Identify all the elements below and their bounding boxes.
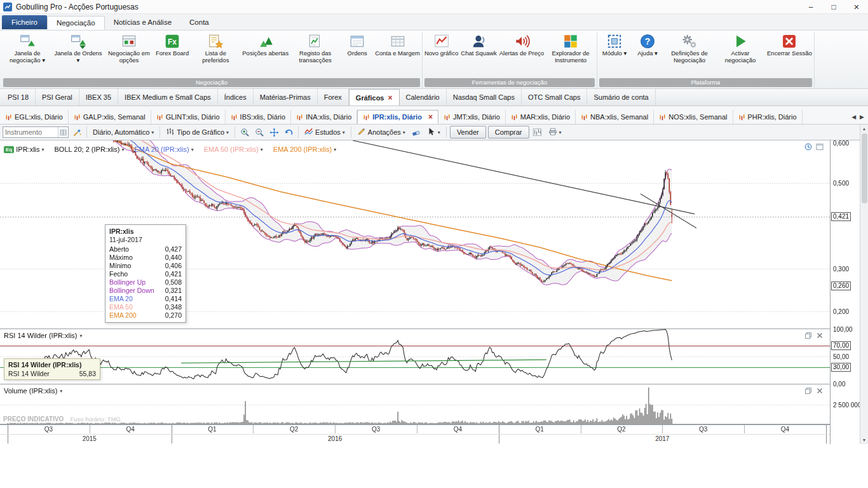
- pane-restore-icon[interactable]: [804, 387, 812, 395]
- workspace-tab-calendario[interactable]: Calendário: [400, 89, 447, 105]
- chart-tab-nos-xlis-semanal[interactable]: NOS:xlis, Semanal: [654, 110, 733, 124]
- close-button[interactable]: ×: [845, 0, 868, 13]
- cursor-dropdown[interactable]: ▾: [424, 126, 443, 139]
- chart-tab-mar-xlis-diario[interactable]: MAR:xlis, Diário: [506, 110, 576, 124]
- pane-close-icon[interactable]: [816, 387, 824, 395]
- workspace-tab-otc-small-caps[interactable]: OTC Small Caps: [522, 89, 588, 105]
- undo-icon[interactable]: [282, 126, 295, 139]
- cursor-icon: [427, 127, 436, 137]
- workspace-tab-psi-18[interactable]: PSI 18: [1, 89, 36, 105]
- eraser-icon[interactable]: [410, 126, 423, 139]
- workspace-tab-materias-primas[interactable]: Matérias-Primas: [254, 89, 318, 105]
- time-axis-quarter-label: Q1: [207, 426, 218, 433]
- scroll-up-icon[interactable]: ▲: [862, 125, 867, 133]
- chart-tab-phr-xlis-diario[interactable]: PHR:xlis, Diário: [733, 110, 803, 124]
- mini-chart-icon[interactable]: [531, 126, 544, 139]
- rsi-pane-header[interactable]: RSI 14 Wilder (IPR:xlis) ▾: [4, 332, 83, 339]
- chart-type-dropdown[interactable]: Tipo de Gráfico ▾: [163, 126, 231, 139]
- chart-tab-jmt-xlis-diario[interactable]: JMT:xlis, Diário: [438, 110, 506, 124]
- workspace-tab-sumario-de-conta[interactable]: Sumário de conta: [587, 89, 655, 105]
- minimize-button[interactable]: –: [799, 0, 822, 13]
- workspace-tab-forex[interactable]: Forex: [318, 89, 349, 105]
- scroll-down-icon[interactable]: ▼: [862, 436, 867, 444]
- time-axis-tick: [335, 425, 336, 433]
- legend-item-ema-50-ipr-xlis[interactable]: EMA 50 (IPR:xlis)▾: [204, 146, 263, 153]
- ribbon-button-label: Definições de Negociação: [665, 50, 714, 64]
- rsi-pane[interactable]: RSI 14 Wilder (IPR:xlis) ▾ RSI 14 Wilder…: [0, 329, 830, 384]
- open-positions-icon: [257, 33, 274, 50]
- chart-tab-ina-xlis-diario[interactable]: INA:xlis, Diário: [291, 110, 357, 124]
- close-tab-icon[interactable]: ×: [428, 114, 433, 120]
- ribbon-group-negociacao: Janela de negociação ▾Janela de Ordens ▾…: [1, 32, 423, 88]
- chart-tab-ipr-xlis-diario[interactable]: IPR:xlis, Diário×: [357, 110, 438, 124]
- pane-restore-icon[interactable]: [804, 332, 812, 339]
- printer-icon: [548, 127, 557, 137]
- annotations-dropdown[interactable]: Anotações ▾: [355, 126, 408, 139]
- ribbon-button-price-alerts[interactable]: Alertas de Preço: [498, 32, 545, 57]
- price-pane[interactable]: EqIPR:xlis▾BOLL 20; 2 (IPR:xlis)▾EMA 20 …: [0, 140, 830, 329]
- workspace-tab-graficos[interactable]: Gráficos×: [349, 89, 400, 105]
- ribbon-button-orders-window[interactable]: Janela de Ordens ▾: [53, 32, 104, 64]
- instrument-lookup-icon[interactable]: [71, 126, 83, 139]
- workspace-tab-nasdaq-small-caps[interactable]: Nasdaq Small Caps: [447, 89, 522, 105]
- legend-item-ipr-xlis[interactable]: EqIPR:xlis▾: [4, 146, 44, 153]
- zoom-out-icon[interactable]: [253, 126, 266, 139]
- workspace-tab-label: IBEX 35: [86, 93, 111, 101]
- ribbon-button-open-positions[interactable]: Posições abertas: [241, 32, 290, 57]
- ribbon-button-account-margin[interactable]: Conta e Margem: [374, 32, 421, 57]
- buy-button[interactable]: Comprar: [488, 126, 529, 139]
- workspace-tab-indices[interactable]: Índices: [218, 89, 254, 105]
- ribbon-button-new-chart[interactable]: Novo gráfico: [423, 32, 459, 57]
- scrollbar-thumb[interactable]: [862, 133, 867, 203]
- chart-tab-glint-xlis-diario[interactable]: GLINT:xlis, Diário: [151, 110, 226, 124]
- ribbon-button-module[interactable]: Módulo ▾: [598, 32, 631, 57]
- legend-item-boll-20-2-ipr-xlis[interactable]: BOLL 20; 2 (IPR:xlis)▾: [55, 146, 125, 153]
- workspace-tab-psi-geral[interactable]: PSI Geral: [36, 89, 79, 105]
- rsi-chart-canvas[interactable]: [0, 329, 830, 384]
- ribbon-button-trading-settings[interactable]: Definições de Negociação: [664, 32, 715, 64]
- ribbon-button-activate-trading[interactable]: Activar negociação: [715, 32, 766, 64]
- ribbon-button-favorites-list[interactable]: Lista de preferidos: [190, 32, 241, 64]
- ribbon-button-end-session[interactable]: Encerrar Sessão: [766, 32, 813, 57]
- close-tab-icon[interactable]: ×: [388, 95, 393, 101]
- ribbon-button-options-trading[interactable]: Negociação em opções: [104, 32, 154, 64]
- ribbon-button-chat-squawk[interactable]: Chat Squawk: [459, 32, 498, 57]
- workspace-tab-ibex-35[interactable]: IBEX 35: [79, 89, 118, 105]
- ribbon-button-forex-board[interactable]: FxForex Board: [154, 32, 190, 57]
- tooltip-row-ema-200: EMA 2000,270: [109, 311, 182, 320]
- tab-scroll-right-icon[interactable]: ▶: [860, 114, 864, 120]
- menu-tab-ficheiro[interactable]: Ficheiro: [2, 15, 47, 29]
- menu-tab-conta[interactable]: Conta: [180, 16, 218, 29]
- tab-scroll-left-icon[interactable]: ◀: [851, 114, 856, 120]
- pan-icon[interactable]: [268, 126, 280, 139]
- menu-tab-noticias-e-analise[interactable]: Notícias e Análise: [105, 16, 180, 29]
- workspace-tab-ibex-medium-e-small-caps[interactable]: IBEX Medium e Small Caps: [118, 89, 218, 105]
- chart-tab-nba-xlis-semanal[interactable]: NBA:xlis, Semanal: [576, 110, 654, 124]
- chart-tab-galp-xlis-semanal[interactable]: GALP:xlis, Semanal: [69, 110, 151, 124]
- volume-pane-header[interactable]: Volume (IPR:xlis) ▾: [4, 387, 62, 395]
- chart-tab-egl-xlis-diario[interactable]: EGL:xlis, Diário: [0, 110, 69, 124]
- instrument-input[interactable]: [3, 128, 58, 137]
- print-dropdown[interactable]: ▾: [546, 126, 564, 139]
- sell-button[interactable]: Vender: [450, 126, 486, 139]
- ribbon-button-orders[interactable]: Ordens: [341, 32, 374, 57]
- ribbon-button-instrument-explorer[interactable]: Explorador de Instrumento: [545, 32, 596, 64]
- pane-clock-icon[interactable]: [804, 143, 812, 151]
- pane-close-icon[interactable]: [816, 332, 824, 339]
- menu-tab-negociacao[interactable]: Negociação: [47, 16, 105, 30]
- ribbon-button-help[interactable]: ?Ajuda ▾: [631, 32, 664, 57]
- legend-item-ema-200-ipr-xlis[interactable]: EMA 200 (IPR:xlis)▾: [273, 146, 336, 153]
- instrument-grid-icon[interactable]: [58, 127, 68, 137]
- ribbon-button-transactions-log[interactable]: Registo das transacções: [290, 32, 341, 64]
- pane-window-icon[interactable]: [816, 143, 824, 151]
- zoom-in-icon[interactable]: [238, 126, 251, 139]
- volume-chart-canvas[interactable]: [0, 384, 830, 424]
- maximize-button[interactable]: □: [822, 0, 845, 13]
- volume-pane[interactable]: Volume (IPR:xlis) ▾ PREÇO INDICATIVO Fus…: [0, 384, 830, 424]
- studies-dropdown[interactable]: Estudos ▾: [302, 126, 348, 139]
- chart-tab-ibs-xlis-diario[interactable]: IBS:xlis, Diário: [226, 110, 292, 124]
- vertical-scrollbar[interactable]: ▲ ▼: [860, 125, 868, 444]
- legend-item-ema-20-ipr-xlis[interactable]: EMA 20 (IPR:xlis)▾: [134, 146, 193, 153]
- period-dropdown[interactable]: Diário, Automático ▾: [90, 127, 156, 137]
- ribbon-button-trade-window[interactable]: Janela de negociação ▾: [2, 32, 53, 64]
